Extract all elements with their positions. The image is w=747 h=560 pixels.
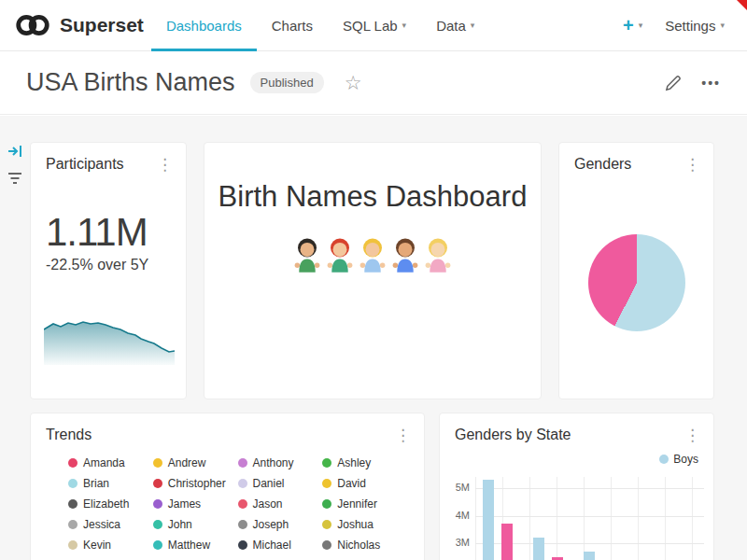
legend-item[interactable]: Ashley xyxy=(322,456,407,469)
legend-label: Christopher xyxy=(168,477,226,490)
legend-color-icon xyxy=(322,479,331,488)
nav-item-sql-lab[interactable]: SQL Lab▾ xyxy=(328,0,421,51)
legend-item[interactable]: Joshua xyxy=(322,518,407,531)
legend-label: Matthew xyxy=(168,539,210,552)
legend-item[interactable]: Elizabeth xyxy=(68,497,153,511)
legend-item[interactable]: Matthew xyxy=(153,539,238,552)
legend-label: Nicholas xyxy=(337,539,380,552)
legend-item[interactable]: Daniel xyxy=(238,477,323,490)
child-icon xyxy=(326,236,354,273)
card-title: Genders by State xyxy=(455,427,571,443)
legend-item[interactable]: Jessica xyxy=(68,518,153,531)
card-title: Genders xyxy=(574,156,631,173)
legend-color-icon xyxy=(68,479,78,488)
trends-card: Trends ⋮ AmandaAndrewAnthonyAshleyBrianC… xyxy=(30,413,425,560)
legend-item[interactable]: Michael xyxy=(238,539,323,552)
dashboard-canvas: Participants ⋮ 1.11M -22.5% over 5Y Birt… xyxy=(0,116,747,560)
legend-label: Michael xyxy=(253,539,291,552)
nav-item-data[interactable]: Data▾ xyxy=(421,0,489,51)
big-number-subheader: -22.5% over 5Y xyxy=(46,257,186,273)
legend-item[interactable]: Jason xyxy=(238,497,323,511)
gbs-legend: Boys xyxy=(440,453,698,466)
more-options-icon[interactable]: ••• xyxy=(701,76,721,91)
chevron-down-icon: ▾ xyxy=(402,21,407,30)
legend-color-icon xyxy=(322,499,331,509)
legend-color-icon xyxy=(153,520,162,529)
legend-label: Jason xyxy=(253,497,283,511)
genders-pie-chart[interactable] xyxy=(588,234,685,331)
legend-item[interactable]: Anthony xyxy=(238,456,323,469)
chevron-down-icon: ▾ xyxy=(471,21,475,30)
dashboard-header: USA Births Names Published ☆ ••• xyxy=(0,51,747,115)
legend-color-icon xyxy=(238,479,247,488)
nav-item-label: SQL Lab xyxy=(343,18,398,34)
card-header: Participants ⋮ xyxy=(31,143,186,173)
corner-alert-indicator xyxy=(737,0,747,10)
nav-item-dashboards[interactable]: Dashboards xyxy=(151,0,257,51)
legend-item[interactable]: Kevin xyxy=(68,539,153,552)
page-title: USA Births Names xyxy=(26,68,235,97)
legend-item[interactable]: Brian xyxy=(68,477,153,490)
legend-item[interactable]: James xyxy=(153,497,238,511)
legend-color-icon xyxy=(322,458,331,468)
legend-label[interactable]: Boys xyxy=(673,453,698,466)
chevron-down-icon: ▾ xyxy=(720,21,725,30)
legend-color-icon xyxy=(238,458,247,468)
legend-item[interactable]: Joseph xyxy=(238,518,323,531)
legend-item[interactable]: Nicholas xyxy=(322,539,407,552)
nav-right: + ▾ Settings ▾ xyxy=(623,15,732,36)
kebab-menu-icon[interactable]: ⋮ xyxy=(684,157,700,173)
participants-card: Participants ⋮ 1.11M -22.5% over 5Y xyxy=(30,142,187,399)
title-actions: ••• xyxy=(665,74,721,91)
banner-card: Birth Names Dashboard xyxy=(204,142,542,399)
y-axis-tick: 4M xyxy=(447,510,470,521)
infinity-logo-icon xyxy=(13,11,52,39)
legend-color-icon xyxy=(153,479,162,488)
legend-color-icon xyxy=(153,499,162,509)
legend-label: James xyxy=(168,497,201,511)
legend-item[interactable]: Christopher xyxy=(153,477,238,490)
legend-color-icon xyxy=(68,499,78,509)
card-header: Genders ⋮ xyxy=(559,143,713,173)
bar[interactable] xyxy=(533,538,544,560)
nav-item-charts[interactable]: Charts xyxy=(257,0,328,51)
trends-legend: AmandaAndrewAnthonyAshleyBrianChristophe… xyxy=(68,456,407,560)
trendline-sparkline-chart[interactable] xyxy=(44,311,175,365)
legend-label: Brian xyxy=(83,477,109,490)
nav-items: DashboardsChartsSQL Lab▾Data▾ xyxy=(151,0,489,51)
kebab-menu-icon[interactable]: ⋮ xyxy=(157,157,173,173)
gbs-bars xyxy=(483,477,621,560)
legend-item[interactable]: John xyxy=(153,518,238,531)
child-icon xyxy=(391,236,419,273)
filter-icon[interactable] xyxy=(7,172,22,185)
new-item-button[interactable]: + ▾ xyxy=(623,15,642,36)
card-header: Genders by State ⋮ xyxy=(440,413,713,443)
bar[interactable] xyxy=(501,524,513,560)
kebab-menu-icon[interactable]: ⋮ xyxy=(684,427,700,443)
legend-item[interactable]: Jennifer xyxy=(322,497,407,511)
child-icon xyxy=(293,236,321,273)
legend-item[interactable]: Amanda xyxy=(68,456,153,469)
legend-color-icon xyxy=(238,540,247,550)
legend-color-icon xyxy=(322,520,331,529)
y-axis-tick: 5M xyxy=(447,482,470,493)
legend-color-icon xyxy=(68,520,78,529)
legend-color-icon xyxy=(659,455,669,464)
expand-filter-bar-icon[interactable] xyxy=(7,144,22,159)
card-title: Participants xyxy=(46,156,124,173)
superset-logo[interactable]: Superset xyxy=(13,11,144,39)
bar[interactable] xyxy=(584,552,595,560)
legend-item[interactable]: Andrew xyxy=(153,456,238,469)
favorite-star-icon[interactable]: ☆ xyxy=(345,72,362,94)
legend-item[interactable]: David xyxy=(322,477,407,490)
legend-color-icon xyxy=(238,499,247,509)
status-badge[interactable]: Published xyxy=(250,72,324,93)
legend-label: Ashley xyxy=(337,456,371,469)
edit-pencil-icon[interactable] xyxy=(665,74,683,91)
settings-menu[interactable]: Settings ▾ xyxy=(665,18,725,34)
legend-label: Elizabeth xyxy=(83,497,129,511)
y-axis-tick: 3M xyxy=(447,537,470,548)
kebab-menu-icon[interactable]: ⋮ xyxy=(395,427,411,443)
child-icon xyxy=(424,236,452,273)
bar[interactable] xyxy=(483,480,494,560)
